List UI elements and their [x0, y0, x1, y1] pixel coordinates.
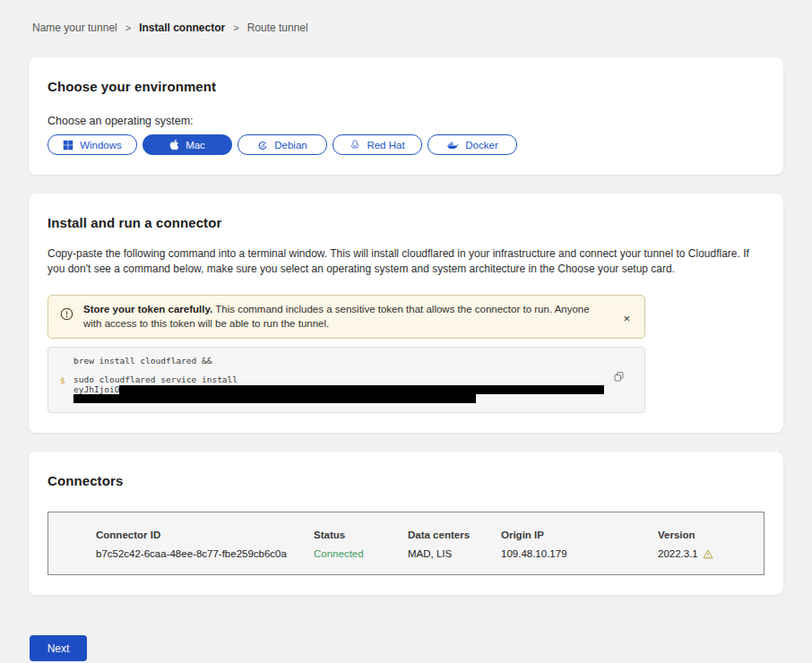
redacted-token-bar: [73, 394, 476, 403]
column-header-origin-ip: Origin IP: [501, 530, 658, 540]
version-number: 2022.3.1: [658, 548, 698, 559]
token-warning-banner: Store your token carefully. This command…: [48, 295, 645, 339]
column-header-status: Status: [314, 530, 408, 540]
os-button-redhat[interactable]: Red Hat: [333, 134, 422, 155]
windows-logo-icon: [63, 140, 73, 151]
breadcrumb-item-route-tunnel[interactable]: Route tunnel: [247, 22, 308, 34]
token-prefix: eyJhIjoiO: [73, 384, 119, 394]
warning-circle-icon: [60, 307, 73, 324]
connectors-table: Connector ID Status Data centers Origin …: [48, 512, 764, 575]
connector-table-row: b7c52c42-6caa-48ee-8c77-fbe259cb6c0a Con…: [96, 548, 764, 559]
os-button-label: Mac: [186, 140, 205, 151]
os-button-docker[interactable]: Docker: [428, 134, 517, 155]
warning-text: Store your token carefully. This command…: [83, 303, 619, 331]
warning-title: Store your token carefully.: [83, 304, 212, 314]
apple-logo-icon: [169, 139, 179, 151]
debian-logo-icon: [257, 140, 268, 151]
install-connector-card: Install and run a connector Copy-paste t…: [29, 194, 783, 433]
origin-ip-value: 109.48.10.179: [501, 548, 658, 559]
close-icon[interactable]: ×: [619, 311, 634, 326]
code-line-brew-install: brew install cloudflared &&: [73, 357, 644, 366]
column-header-data-centers: Data centers: [408, 530, 501, 540]
breadcrumb: Name your tunnel > Install connector > R…: [29, 22, 783, 34]
install-command-code-block[interactable]: $ brew install cloudflared && sudo cloud…: [48, 347, 645, 413]
redhat-logo-icon: [350, 139, 360, 151]
connectors-card: Connectors Connector ID Status Data cent…: [29, 452, 783, 595]
connector-id-value: b7c52c42-6caa-48ee-8c77-fbe259cb6c0a: [96, 548, 314, 559]
column-header-connector-id: Connector ID: [96, 530, 314, 540]
os-button-mac[interactable]: Mac: [143, 134, 232, 155]
shell-prompt: $: [60, 375, 65, 385]
status-badge: Connected: [314, 548, 408, 559]
os-button-label: Red Hat: [367, 140, 404, 151]
os-button-group: Windows Mac Debian Red Hat: [48, 134, 764, 155]
os-select-label: Choose an operating system:: [48, 115, 764, 127]
column-header-version: Version: [658, 530, 764, 540]
version-value: 2022.3.1: [658, 548, 764, 559]
connectors-table-header: Connector ID Status Data centers Origin …: [96, 530, 764, 540]
warning-triangle-icon: [703, 549, 713, 559]
install-card-title: Install and run a connector: [48, 215, 764, 230]
choose-environment-card: Choose your environment Choose an operat…: [29, 57, 783, 175]
redacted-token-bar: [119, 385, 604, 394]
connectors-card-title: Connectors: [48, 473, 764, 488]
breadcrumb-item-install-connector[interactable]: Install connector: [139, 22, 225, 34]
next-button[interactable]: Next: [30, 635, 87, 661]
install-card-description: Copy-paste the following command into a …: [48, 246, 764, 277]
code-line-sudo-install: sudo cloudflared service install: [73, 375, 644, 385]
environment-card-title: Choose your environment: [48, 79, 764, 94]
breadcrumb-separator: >: [233, 22, 238, 33]
breadcrumb-item-name-your-tunnel[interactable]: Name your tunnel: [32, 22, 117, 34]
docker-logo-icon: [446, 140, 459, 151]
os-button-debian[interactable]: Debian: [238, 134, 327, 155]
code-line-token-2: [73, 394, 644, 404]
tunnel-setup-page: Name your tunnel > Install connector > R…: [0, 0, 812, 663]
os-button-label: Debian: [274, 140, 307, 151]
data-centers-value: MAD, LIS: [408, 548, 501, 559]
os-button-windows[interactable]: Windows: [48, 134, 137, 155]
os-button-label: Windows: [80, 140, 122, 151]
os-button-label: Docker: [465, 140, 497, 151]
copy-icon[interactable]: [613, 371, 625, 385]
code-line-token: eyJhIjoiO: [73, 385, 644, 395]
breadcrumb-separator: >: [125, 22, 131, 33]
